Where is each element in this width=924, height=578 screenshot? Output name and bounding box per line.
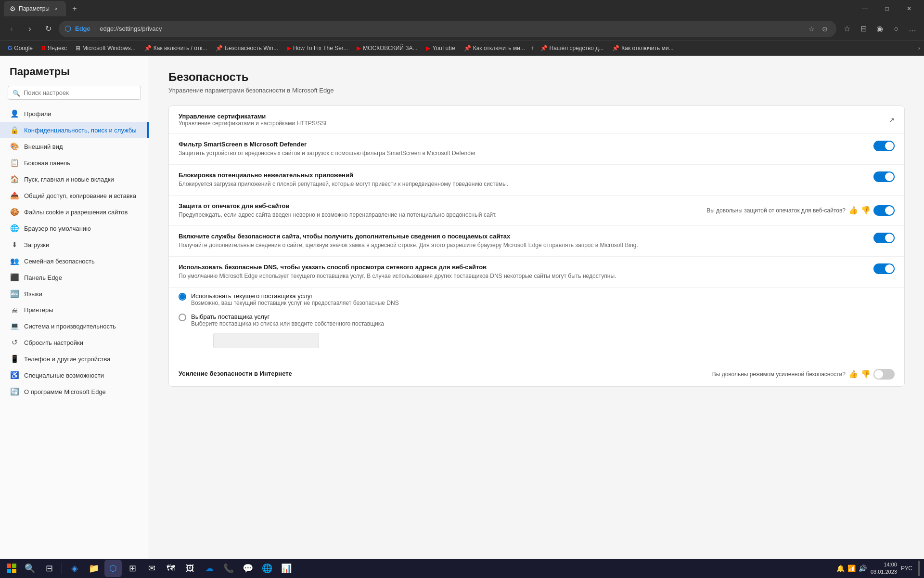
wifi-icon[interactable]: 📶: [847, 565, 856, 572]
favorites-toolbar-button[interactable]: ☆: [839, 21, 855, 37]
sidebar-item-system[interactable]: 💻 Система и производительность: [0, 318, 149, 334]
maximize-button[interactable]: □: [876, 0, 898, 17]
dns-current-desc: Возможно, ваш текущий поставщик услуг не…: [191, 300, 399, 306]
favorites-icon[interactable]: ☆: [806, 23, 817, 35]
bookmark-how-to-enable[interactable]: 📌 Как включить / отк...: [141, 43, 211, 53]
refresh-button[interactable]: ↻: [40, 21, 56, 37]
settings-more-button[interactable]: …: [905, 21, 920, 37]
thumbs-up-icon[interactable]: 👍: [848, 206, 858, 215]
sidebar-item-languages[interactable]: 🔤 Языки: [0, 286, 149, 302]
taskbar-app[interactable]: 📊: [278, 560, 295, 577]
smartscreen-control: [873, 141, 895, 151]
clock-widget[interactable]: 14:00 03.01.2023: [871, 561, 897, 576]
toolbar-buttons: ☆ ⊟ ◉ ○ …: [839, 21, 920, 37]
sidebar-item-about[interactable]: 🔄 О программе Microsoft Edge: [0, 383, 149, 400]
profile-button[interactable]: ○: [888, 21, 904, 37]
sidebar-item-cookies[interactable]: 🍪 Файлы cookie и разрешения сайтов: [0, 204, 149, 220]
dns-provider-input[interactable]: [213, 333, 319, 348]
pua-toggle[interactable]: [873, 171, 895, 182]
close-window-button[interactable]: ✕: [898, 0, 920, 17]
taskbar-photos[interactable]: 🖼: [181, 560, 199, 577]
taskbar-whatsapp[interactable]: 💬: [239, 560, 257, 577]
sidebar-item-default-browser[interactable]: 🌐 Браузер по умолчанию: [0, 220, 149, 236]
bookmark-youtube[interactable]: ▶ YouTube: [422, 43, 459, 53]
url-bar[interactable]: ⬡ Edge | edge://settings/privacy ☆ ⊙: [59, 21, 836, 37]
volume-icon[interactable]: 🔊: [859, 565, 867, 572]
show-desktop-button[interactable]: [918, 561, 920, 576]
taskbar-file-explorer[interactable]: 📁: [85, 560, 103, 577]
typosquatting-toggle[interactable]: [873, 205, 895, 216]
taskbar-onedrive[interactable]: ☁: [201, 560, 218, 577]
sidebar-item-appearance[interactable]: 🎨 Внешний вид: [0, 138, 149, 155]
taskbar-store[interactable]: ⊞: [124, 560, 141, 577]
dns-choose-radio[interactable]: [179, 314, 186, 321]
enhanced-security-toggle[interactable]: [873, 369, 895, 380]
address-action-icons: ☆ ⊙: [806, 23, 831, 35]
bookmark-disable-mic[interactable]: 📌 Как отключить ми...: [460, 43, 529, 53]
cookies-icon: 🍪: [10, 208, 19, 216]
taskbar-maps[interactable]: 🗺: [162, 560, 180, 577]
smartscreen-toggle[interactable]: [873, 141, 895, 151]
notification-icon[interactable]: 🔔: [836, 565, 845, 572]
bookmark-disable-mic2[interactable]: 📌 Как отключить ми...: [608, 43, 677, 53]
sidebar-item-edge-panel[interactable]: ⬛ Панель Edge: [0, 269, 149, 286]
bookmark-found-tool[interactable]: 📌 Нашёл средство д...: [537, 43, 608, 53]
sidebar-item-phone[interactable]: 📱 Телефон и другие устройства: [0, 351, 149, 367]
taskbar-edge-browser[interactable]: ◈: [66, 560, 83, 577]
sidebar-item-privacy[interactable]: 🔒 Конфиденциальность, поиск и службы: [0, 122, 149, 138]
start-button[interactable]: [4, 561, 19, 576]
sidebar-item-startup[interactable]: 🏠 Пуск, главная и новые вкладки: [0, 171, 149, 187]
close-tab-button[interactable]: ×: [52, 5, 60, 13]
thumbs-down-icon[interactable]: 👎: [861, 206, 871, 215]
search-input[interactable]: [8, 86, 141, 100]
sidebar-item-sharing[interactable]: 📤 Общий доступ, копирование и вставка: [0, 187, 149, 204]
taskbar-mail[interactable]: ✉: [143, 560, 160, 577]
sidebar-item-downloads[interactable]: ⬇ Загрузки: [0, 236, 149, 253]
new-tab-button[interactable]: +: [68, 2, 81, 15]
bookmark-security-win[interactable]: 📌 Безопасность Win...: [212, 43, 282, 53]
bookmarks-more-chevron[interactable]: ›: [918, 45, 920, 52]
secure-dns-toggle[interactable]: [873, 263, 895, 274]
bookmark-label: Google: [14, 45, 33, 52]
sidebar-item-profiles[interactable]: 👤 Профили: [0, 105, 149, 122]
browser-tab[interactable]: ⚙ Параметры ×: [4, 1, 66, 16]
minimize-button[interactable]: —: [854, 0, 876, 17]
bookmark-favicon: Я: [41, 45, 46, 52]
provider-input-container: [169, 329, 904, 362]
bookmark-ms-windows[interactable]: ⊞ Microsoft Windows...: [72, 43, 140, 53]
bookmark-favicon: G: [8, 45, 12, 52]
taskbar-search[interactable]: 🔍: [21, 560, 38, 577]
sidebar-item-reset[interactable]: ↺ Сбросить настройки: [0, 334, 149, 351]
security-service-toggle[interactable]: [873, 233, 895, 243]
bookmark-yandex[interactable]: Я Яндекс: [38, 43, 71, 53]
thumbs-up-icon[interactable]: 👍: [848, 369, 858, 379]
security-service-desc: Получайте дополнительные сведения о сайт…: [179, 241, 868, 250]
taskbar-taskview[interactable]: ⊟: [40, 560, 58, 577]
sidebar-item-label: Панель Edge: [24, 274, 62, 281]
forward-button[interactable]: ›: [22, 21, 38, 37]
taskbar-edge-active[interactable]: ⬡: [104, 560, 122, 577]
dns-current-radio[interactable]: [179, 293, 186, 301]
bookmark-howtofix[interactable]: ▶ How To Fix The Ser...: [283, 43, 352, 53]
taskbar-viber[interactable]: 📞: [220, 560, 237, 577]
collections-icon[interactable]: ⊙: [819, 23, 831, 35]
sidebar-item-family[interactable]: 👥 Семейная безопасность: [0, 253, 149, 269]
bookmark-plus: +: [531, 44, 535, 52]
taskbar-chrome[interactable]: 🌐: [258, 560, 276, 577]
smartscreen-desc: Защитить устройство от вредоносных сайто…: [179, 149, 868, 158]
sidebar-item-label: Загрузки: [24, 241, 49, 249]
sidebar-item-sidebar[interactable]: 📋 Боковая панель: [0, 155, 149, 171]
pua-desc: Блокируется загрузка приложений с плохой…: [179, 180, 868, 188]
bookmark-google[interactable]: G Google: [4, 43, 37, 53]
dns-current-provider-row: Использовать текущего поставщика услуг В…: [169, 288, 904, 308]
dns-choose-text: Выбрать поставщика услуг Выберите постав…: [191, 313, 384, 327]
bookmark-moscow[interactable]: ▶ МОСКОВСКИЙ ЗА...: [353, 43, 421, 53]
collections-toolbar-button[interactable]: ⊟: [856, 21, 871, 37]
thumbs-down-icon[interactable]: 👎: [861, 369, 871, 379]
sidebar-item-label: Конфиденциальность, поиск и службы: [24, 127, 137, 134]
external-link-icon[interactable]: ↗: [889, 116, 895, 124]
sidebar-item-accessibility[interactable]: ♿ Специальные возможности: [0, 367, 149, 383]
back-button[interactable]: ‹: [4, 21, 19, 37]
wallet-button[interactable]: ◉: [872, 21, 887, 37]
sidebar-item-printers[interactable]: 🖨 Принтеры: [0, 302, 149, 318]
